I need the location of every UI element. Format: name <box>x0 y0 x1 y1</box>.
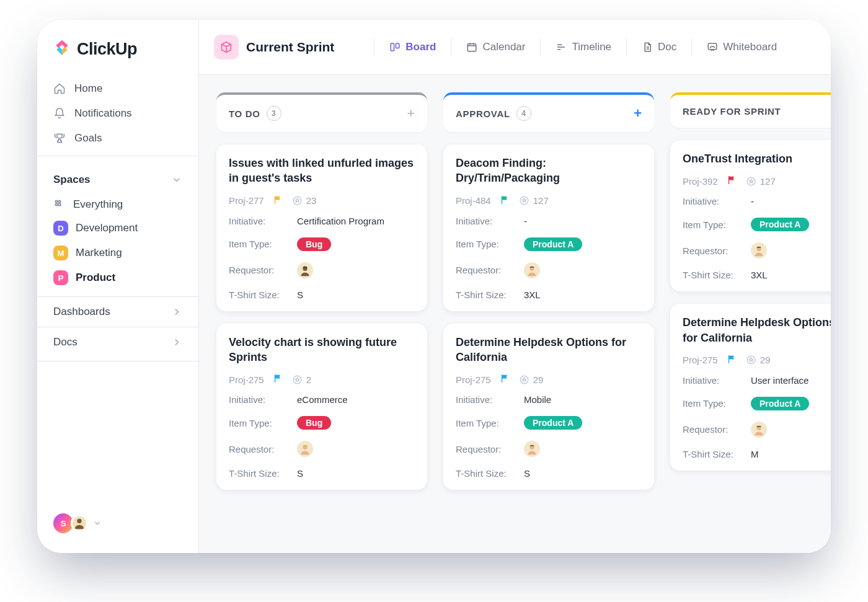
column-count: 3 <box>267 106 281 121</box>
brand[interactable]: ClickUp <box>37 38 198 75</box>
space-everything[interactable]: Everything <box>37 193 198 216</box>
sidebar-space-product[interactable]: PProduct <box>37 265 198 290</box>
nav-goals-label: Goals <box>74 132 102 144</box>
space-badge: M <box>53 246 68 260</box>
card-title: Velocity chart is showing future Sprints <box>229 335 415 365</box>
section-docs[interactable]: Docs <box>37 327 198 357</box>
tab-timeline[interactable]: Timeline <box>548 36 619 58</box>
page-title[interactable]: Current Sprint <box>214 35 334 60</box>
profile-avatar-photo <box>71 515 88 532</box>
requestor-avatar[interactable] <box>524 441 540 457</box>
tab-whiteboard[interactable]: Whiteboard <box>699 36 784 58</box>
space-badge: P <box>53 270 68 285</box>
item-type-pill: Bug <box>297 237 331 251</box>
card-project-id: Proj-484 <box>456 195 491 206</box>
item-type-pill: Product A <box>524 416 582 430</box>
nav-goals[interactable]: Goals <box>43 126 192 151</box>
column-approval: APPROVAL4+ Deacom Finding: Dry/Trim/Pack… <box>443 92 654 536</box>
cube-icon <box>214 35 239 60</box>
spaces-header[interactable]: Spaces <box>37 160 198 193</box>
space-everything-label: Everything <box>73 198 123 211</box>
field-initiative: Initiative:eCommerce <box>229 392 415 407</box>
requestor-avatar[interactable] <box>524 262 540 278</box>
add-card-button[interactable]: + <box>634 107 642 120</box>
requestor-avatar[interactable] <box>751 242 767 259</box>
card-meta: Proj-484 127 <box>456 195 642 207</box>
card-points: 127 <box>519 195 549 206</box>
svg-point-1 <box>58 200 60 202</box>
flag-icon[interactable] <box>500 195 510 207</box>
field-item-type: Item Type:Product A <box>456 414 642 432</box>
bell-icon <box>53 107 66 120</box>
field-requestor: Requestor: <box>683 419 831 440</box>
card-points: 127 <box>746 176 776 187</box>
column-title: TO DO <box>229 108 260 119</box>
primary-nav: Home Notifications Goals <box>37 75 198 152</box>
column-header[interactable]: TO DO3+ <box>216 92 427 132</box>
task-card[interactable]: Velocity chart is showing future Sprints… <box>216 324 427 490</box>
flag-icon[interactable] <box>727 354 737 366</box>
card-meta: Proj-275 29 <box>683 354 831 366</box>
requestor-avatar[interactable] <box>297 262 313 278</box>
card-title: Deacom Finding: Dry/Trim/Packaging <box>456 156 642 186</box>
requestor-avatar[interactable] <box>751 422 767 438</box>
task-card[interactable]: OneTrust Integration Proj-392 127 Initia… <box>670 140 831 291</box>
card-project-id: Proj-275 <box>456 374 491 385</box>
calendar-icon <box>466 42 477 53</box>
space-label: Development <box>76 222 138 234</box>
field-requestor: Requestor: <box>456 438 642 459</box>
doc-icon <box>642 42 653 53</box>
tab-board-label: Board <box>405 41 436 53</box>
chevron-right-icon <box>171 337 182 348</box>
tab-timeline-label: Timeline <box>572 41 611 53</box>
card-title: Issues with linked unfurled images in gu… <box>229 156 415 186</box>
nav-home[interactable]: Home <box>43 76 192 101</box>
sidebar-profile[interactable]: S <box>37 505 198 542</box>
section-dashboards-label: Dashboards <box>53 306 110 318</box>
field-tshirt: T-Shirt Size:S <box>229 287 415 303</box>
field-item-type: Item Type:Bug <box>229 414 415 432</box>
field-initiative: Initiative:Mobile <box>456 392 642 407</box>
nav-notifications-label: Notifications <box>74 107 132 120</box>
grid-icon <box>53 198 66 211</box>
space-label: Marketing <box>76 247 122 259</box>
column-header[interactable]: APPROVAL4+ <box>443 92 654 132</box>
column-count: 4 <box>516 106 531 121</box>
task-card[interactable]: Deacom Finding: Dry/Trim/Packaging Proj-… <box>443 144 654 311</box>
svg-rect-7 <box>468 44 477 51</box>
tab-doc[interactable]: Doc <box>634 36 684 58</box>
flag-icon[interactable] <box>273 373 283 386</box>
svg-point-0 <box>55 200 57 202</box>
item-type-pill: Product A <box>524 237 582 251</box>
task-card[interactable]: Determine Helpdesk Options for Californi… <box>670 304 831 471</box>
field-requestor: Requestor: <box>229 438 415 459</box>
section-dashboards[interactable]: Dashboards <box>37 296 198 327</box>
card-project-id: Proj-275 <box>229 374 264 385</box>
task-card[interactable]: Determine Helpdesk Options for Californi… <box>443 324 654 490</box>
tab-board[interactable]: Board <box>382 36 443 58</box>
sidebar-space-development[interactable]: DDevelopment <box>37 216 198 241</box>
flag-icon[interactable] <box>727 175 737 187</box>
requestor-avatar[interactable] <box>297 441 313 457</box>
card-meta: Proj-277 23 <box>229 195 415 207</box>
card-points: 23 <box>292 195 317 206</box>
svg-rect-6 <box>396 43 399 48</box>
card-meta: Proj-275 2 <box>229 373 415 386</box>
flag-icon[interactable] <box>273 195 283 207</box>
card-project-id: Proj-277 <box>229 195 264 206</box>
card-points: 29 <box>519 374 544 385</box>
column-header[interactable]: READY FOR SPRINT <box>670 92 831 128</box>
main: Current Sprint Board Calendar Timeline D… <box>199 20 831 553</box>
column-title: APPROVAL <box>456 108 510 119</box>
sidebar-space-marketing[interactable]: MMarketing <box>37 241 198 265</box>
flag-icon[interactable] <box>500 373 510 386</box>
task-card[interactable]: Issues with linked unfurled images in gu… <box>216 144 427 311</box>
card-title: Determine Helpdesk Options for Californi… <box>683 315 831 345</box>
tab-calendar[interactable]: Calendar <box>459 36 533 58</box>
field-requestor: Requestor: <box>456 260 642 281</box>
space-label: Product <box>76 272 115 284</box>
nav-notifications[interactable]: Notifications <box>43 101 192 126</box>
view-tabs: Board Calendar Timeline Doc Whiteboard <box>370 36 784 58</box>
card-points: 29 <box>746 355 771 365</box>
add-card-button[interactable]: + <box>407 107 415 120</box>
